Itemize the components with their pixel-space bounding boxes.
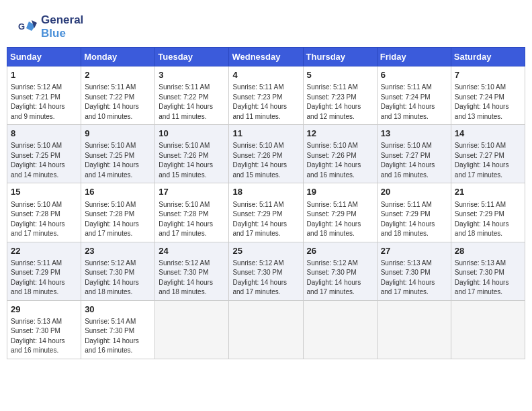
weekday-header-saturday: Saturday <box>451 48 525 66</box>
day-info: Sunrise: 5:13 AMSunset: 7:30 PMDaylight:… <box>381 259 447 298</box>
calendar-cell: 9Sunrise: 5:10 AMSunset: 7:25 PMDaylight… <box>81 125 155 183</box>
day-number: 12 <box>307 128 373 140</box>
day-info: Sunrise: 5:10 AMSunset: 7:27 PMDaylight:… <box>455 141 521 180</box>
calendar-week-row: 22Sunrise: 5:11 AMSunset: 7:29 PMDayligh… <box>7 242 525 300</box>
day-info: Sunrise: 5:10 AMSunset: 7:26 PMDaylight:… <box>232 141 299 180</box>
weekday-header-friday: Friday <box>377 48 451 66</box>
calendar-cell: 21Sunrise: 5:11 AMSunset: 7:29 PMDayligh… <box>451 183 525 242</box>
calendar-cell: 23Sunrise: 5:12 AMSunset: 7:30 PMDayligh… <box>81 242 155 300</box>
day-info: Sunrise: 5:10 AMSunset: 7:27 PMDaylight:… <box>381 141 447 180</box>
day-info: Sunrise: 5:14 AMSunset: 7:30 PMDaylight:… <box>85 317 151 356</box>
calendar-week-row: 29Sunrise: 5:13 AMSunset: 7:30 PMDayligh… <box>7 300 525 359</box>
calendar-cell: 29Sunrise: 5:13 AMSunset: 7:30 PMDayligh… <box>7 300 81 359</box>
day-number: 18 <box>232 186 299 198</box>
day-info: Sunrise: 5:12 AMSunset: 7:21 PMDaylight:… <box>11 83 77 122</box>
day-number: 15 <box>11 186 77 198</box>
calendar-cell: 6Sunrise: 5:11 AMSunset: 7:24 PMDaylight… <box>377 66 451 125</box>
day-number: 30 <box>85 304 151 316</box>
calendar-cell <box>155 300 229 359</box>
day-number: 25 <box>232 245 299 257</box>
logo-general: General <box>41 13 83 26</box>
calendar-week-row: 8Sunrise: 5:10 AMSunset: 7:25 PMDaylight… <box>7 125 525 183</box>
day-number: 16 <box>85 186 151 198</box>
day-number: 6 <box>381 69 447 81</box>
day-number: 27 <box>381 245 447 257</box>
day-info: Sunrise: 5:12 AMSunset: 7:30 PMDaylight:… <box>159 259 225 298</box>
calendar-cell: 11Sunrise: 5:10 AMSunset: 7:26 PMDayligh… <box>229 125 303 183</box>
logo-icon: G <box>17 16 38 38</box>
day-info: Sunrise: 5:11 AMSunset: 7:29 PMDaylight:… <box>11 259 77 298</box>
weekday-header-wednesday: Wednesday <box>229 48 303 66</box>
day-info: Sunrise: 5:10 AMSunset: 7:26 PMDaylight:… <box>307 141 373 180</box>
day-number: 11 <box>232 128 299 140</box>
day-number: 20 <box>381 186 447 198</box>
calendar-cell: 16Sunrise: 5:10 AMSunset: 7:28 PMDayligh… <box>81 183 155 242</box>
calendar-cell: 18Sunrise: 5:11 AMSunset: 7:29 PMDayligh… <box>229 183 303 242</box>
weekday-header-monday: Monday <box>81 48 155 66</box>
day-info: Sunrise: 5:11 AMSunset: 7:23 PMDaylight:… <box>232 83 299 122</box>
day-info: Sunrise: 5:10 AMSunset: 7:28 PMDaylight:… <box>85 200 151 239</box>
calendar-cell: 22Sunrise: 5:11 AMSunset: 7:29 PMDayligh… <box>7 242 81 300</box>
day-number: 4 <box>232 69 299 81</box>
calendar-cell: 1Sunrise: 5:12 AMSunset: 7:21 PMDaylight… <box>7 66 81 125</box>
calendar-cell <box>303 300 377 359</box>
calendar-cell <box>451 300 525 359</box>
day-number: 17 <box>159 186 225 198</box>
day-number: 29 <box>11 304 77 316</box>
day-info: Sunrise: 5:12 AMSunset: 7:30 PMDaylight:… <box>307 259 373 298</box>
day-info: Sunrise: 5:11 AMSunset: 7:24 PMDaylight:… <box>381 83 447 122</box>
page-header: G General Blue <box>7 7 525 44</box>
weekday-header-tuesday: Tuesday <box>155 48 229 66</box>
calendar-cell: 7Sunrise: 5:10 AMSunset: 7:24 PMDaylight… <box>451 66 525 125</box>
calendar-cell <box>377 300 451 359</box>
day-number: 19 <box>307 186 373 198</box>
calendar-cell: 28Sunrise: 5:13 AMSunset: 7:30 PMDayligh… <box>451 242 525 300</box>
day-number: 24 <box>159 245 225 257</box>
calendar-cell: 26Sunrise: 5:12 AMSunset: 7:30 PMDayligh… <box>303 242 377 300</box>
calendar-cell: 8Sunrise: 5:10 AMSunset: 7:25 PMDaylight… <box>7 125 81 183</box>
day-info: Sunrise: 5:10 AMSunset: 7:25 PMDaylight:… <box>11 141 77 180</box>
calendar-cell: 13Sunrise: 5:10 AMSunset: 7:27 PMDayligh… <box>377 125 451 183</box>
calendar-week-row: 15Sunrise: 5:10 AMSunset: 7:28 PMDayligh… <box>7 183 525 242</box>
day-info: Sunrise: 5:11 AMSunset: 7:22 PMDaylight:… <box>85 83 151 122</box>
day-info: Sunrise: 5:13 AMSunset: 7:30 PMDaylight:… <box>455 259 521 298</box>
weekday-header-sunday: Sunday <box>7 48 81 66</box>
day-info: Sunrise: 5:12 AMSunset: 7:30 PMDaylight:… <box>85 259 151 298</box>
calendar-cell: 10Sunrise: 5:10 AMSunset: 7:26 PMDayligh… <box>155 125 229 183</box>
calendar-cell: 5Sunrise: 5:11 AMSunset: 7:23 PMDaylight… <box>303 66 377 125</box>
calendar-cell: 4Sunrise: 5:11 AMSunset: 7:23 PMDaylight… <box>229 66 303 125</box>
day-number: 9 <box>85 128 151 140</box>
svg-text:G: G <box>18 21 25 32</box>
day-number: 7 <box>455 69 521 81</box>
day-number: 1 <box>11 69 77 81</box>
calendar-cell: 19Sunrise: 5:11 AMSunset: 7:29 PMDayligh… <box>303 183 377 242</box>
calendar-cell: 25Sunrise: 5:12 AMSunset: 7:30 PMDayligh… <box>229 242 303 300</box>
day-number: 23 <box>85 245 151 257</box>
calendar-cell: 12Sunrise: 5:10 AMSunset: 7:26 PMDayligh… <box>303 125 377 183</box>
day-info: Sunrise: 5:11 AMSunset: 7:23 PMDaylight:… <box>307 83 373 122</box>
calendar-cell: 27Sunrise: 5:13 AMSunset: 7:30 PMDayligh… <box>377 242 451 300</box>
calendar-cell: 2Sunrise: 5:11 AMSunset: 7:22 PMDaylight… <box>81 66 155 125</box>
day-info: Sunrise: 5:11 AMSunset: 7:29 PMDaylight:… <box>307 200 373 239</box>
day-info: Sunrise: 5:11 AMSunset: 7:29 PMDaylight:… <box>381 200 447 239</box>
day-info: Sunrise: 5:12 AMSunset: 7:30 PMDaylight:… <box>232 259 299 298</box>
day-info: Sunrise: 5:10 AMSunset: 7:28 PMDaylight:… <box>159 200 225 239</box>
day-number: 5 <box>307 69 373 81</box>
calendar-cell: 15Sunrise: 5:10 AMSunset: 7:28 PMDayligh… <box>7 183 81 242</box>
day-number: 13 <box>381 128 447 140</box>
day-info: Sunrise: 5:13 AMSunset: 7:30 PMDaylight:… <box>11 317 77 356</box>
calendar-cell: 17Sunrise: 5:10 AMSunset: 7:28 PMDayligh… <box>155 183 229 242</box>
day-info: Sunrise: 5:10 AMSunset: 7:28 PMDaylight:… <box>11 200 77 239</box>
day-number: 2 <box>85 69 151 81</box>
calendar-week-row: 1Sunrise: 5:12 AMSunset: 7:21 PMDaylight… <box>7 66 525 125</box>
calendar-cell: 30Sunrise: 5:14 AMSunset: 7:30 PMDayligh… <box>81 300 155 359</box>
day-number: 3 <box>159 69 225 81</box>
calendar-cell <box>229 300 303 359</box>
day-info: Sunrise: 5:11 AMSunset: 7:22 PMDaylight:… <box>159 83 225 122</box>
logo: G General Blue <box>17 13 83 40</box>
day-info: Sunrise: 5:10 AMSunset: 7:24 PMDaylight:… <box>455 83 521 122</box>
day-info: Sunrise: 5:10 AMSunset: 7:25 PMDaylight:… <box>85 141 151 180</box>
day-number: 8 <box>11 128 77 140</box>
calendar-cell: 14Sunrise: 5:10 AMSunset: 7:27 PMDayligh… <box>451 125 525 183</box>
calendar-cell: 20Sunrise: 5:11 AMSunset: 7:29 PMDayligh… <box>377 183 451 242</box>
